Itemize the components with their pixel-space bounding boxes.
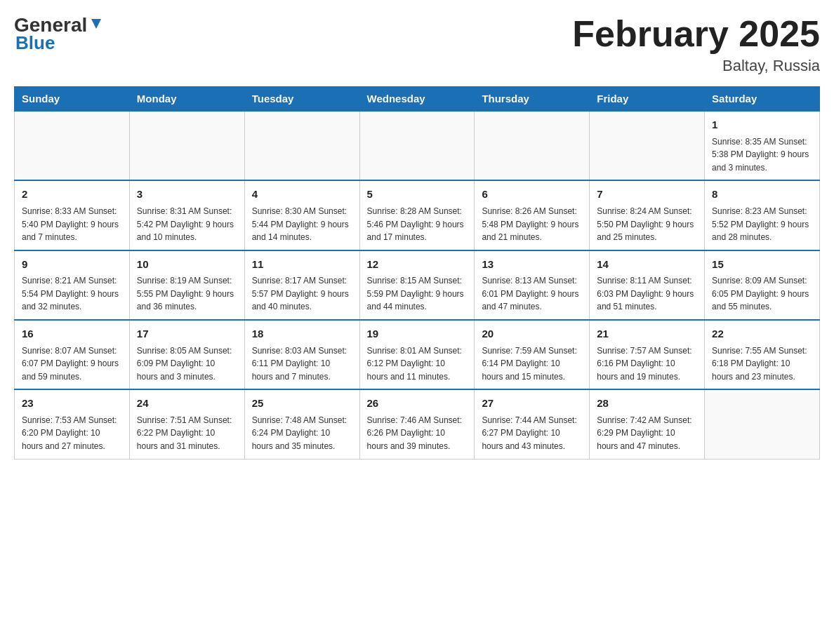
- calendar-cell: 24Sunrise: 7:51 AM Sunset: 6:22 PM Dayli…: [129, 389, 244, 459]
- calendar-cell: 22Sunrise: 7:55 AM Sunset: 6:18 PM Dayli…: [705, 320, 820, 389]
- calendar-cell: 19Sunrise: 8:01 AM Sunset: 6:12 PM Dayli…: [359, 320, 475, 389]
- day-number: 18: [252, 326, 352, 342]
- calendar-cell: 25Sunrise: 7:48 AM Sunset: 6:24 PM Dayli…: [244, 389, 359, 459]
- day-info: Sunrise: 8:15 AM Sunset: 5:59 PM Dayligh…: [367, 274, 468, 314]
- day-info: Sunrise: 8:24 AM Sunset: 5:50 PM Dayligh…: [597, 205, 697, 244]
- col-wednesday: Wednesday: [359, 87, 475, 112]
- calendar-cell: [475, 111, 590, 180]
- calendar-cell: 2Sunrise: 8:33 AM Sunset: 5:40 PM Daylig…: [15, 180, 130, 250]
- day-info: Sunrise: 7:48 AM Sunset: 6:24 PM Dayligh…: [252, 414, 352, 453]
- day-info: Sunrise: 7:44 AM Sunset: 6:27 PM Dayligh…: [482, 414, 582, 453]
- calendar-cell: 12Sunrise: 8:15 AM Sunset: 5:59 PM Dayli…: [359, 250, 475, 320]
- calendar-cell: 7Sunrise: 8:24 AM Sunset: 5:50 PM Daylig…: [590, 180, 705, 250]
- calendar-week-row: 23Sunrise: 7:53 AM Sunset: 6:20 PM Dayli…: [15, 389, 820, 459]
- day-number: 23: [22, 396, 122, 412]
- day-info: Sunrise: 7:42 AM Sunset: 6:29 PM Dayligh…: [597, 414, 697, 453]
- calendar-cell: 21Sunrise: 7:57 AM Sunset: 6:16 PM Dayli…: [590, 320, 705, 389]
- day-info: Sunrise: 8:01 AM Sunset: 6:12 PM Dayligh…: [367, 344, 468, 384]
- calendar-cell: 27Sunrise: 7:44 AM Sunset: 6:27 PM Dayli…: [475, 389, 590, 459]
- day-number: 13: [482, 257, 582, 273]
- day-info: Sunrise: 8:21 AM Sunset: 5:54 PM Dayligh…: [22, 274, 122, 314]
- calendar-week-row: 9Sunrise: 8:21 AM Sunset: 5:54 PM Daylig…: [15, 250, 820, 320]
- day-number: 25: [252, 396, 352, 412]
- col-thursday: Thursday: [475, 87, 590, 112]
- calendar-cell: [129, 111, 244, 180]
- day-info: Sunrise: 8:05 AM Sunset: 6:09 PM Dayligh…: [137, 344, 237, 384]
- logo-blue: Blue: [15, 32, 55, 54]
- day-info: Sunrise: 8:17 AM Sunset: 5:57 PM Dayligh…: [252, 274, 352, 314]
- calendar-cell: 26Sunrise: 7:46 AM Sunset: 6:26 PM Dayli…: [359, 389, 475, 459]
- day-number: 11: [252, 257, 352, 273]
- calendar-cell: 14Sunrise: 8:11 AM Sunset: 6:03 PM Dayli…: [590, 250, 705, 320]
- day-number: 3: [137, 187, 237, 203]
- day-info: Sunrise: 8:33 AM Sunset: 5:40 PM Dayligh…: [22, 205, 122, 244]
- calendar-cell: 28Sunrise: 7:42 AM Sunset: 6:29 PM Dayli…: [590, 389, 705, 459]
- calendar-cell: 18Sunrise: 8:03 AM Sunset: 6:11 PM Dayli…: [244, 320, 359, 389]
- svg-marker-0: [91, 19, 101, 29]
- day-number: 20: [482, 326, 582, 342]
- day-info: Sunrise: 8:35 AM Sunset: 5:38 PM Dayligh…: [712, 135, 812, 175]
- col-friday: Friday: [590, 87, 705, 112]
- calendar-week-row: 2Sunrise: 8:33 AM Sunset: 5:40 PM Daylig…: [15, 180, 820, 250]
- col-sunday: Sunday: [15, 87, 130, 112]
- calendar-cell: [590, 111, 705, 180]
- calendar-cell: [705, 389, 820, 459]
- calendar-cell: [244, 111, 359, 180]
- logo-triangle-icon: [88, 16, 104, 32]
- day-number: 1: [712, 117, 812, 133]
- calendar-cell: 5Sunrise: 8:28 AM Sunset: 5:46 PM Daylig…: [359, 180, 475, 250]
- day-number: 19: [367, 326, 468, 342]
- calendar-cell: [15, 111, 130, 180]
- day-info: Sunrise: 8:26 AM Sunset: 5:48 PM Dayligh…: [482, 205, 582, 244]
- calendar-cell: 8Sunrise: 8:23 AM Sunset: 5:52 PM Daylig…: [705, 180, 820, 250]
- calendar-cell: 16Sunrise: 8:07 AM Sunset: 6:07 PM Dayli…: [15, 320, 130, 389]
- day-info: Sunrise: 8:31 AM Sunset: 5:42 PM Dayligh…: [137, 205, 237, 244]
- calendar-table: Sunday Monday Tuesday Wednesday Thursday…: [14, 86, 820, 459]
- day-number: 7: [597, 187, 697, 203]
- logo: General Blue: [14, 14, 104, 54]
- day-info: Sunrise: 8:09 AM Sunset: 6:05 PM Dayligh…: [712, 274, 812, 314]
- day-info: Sunrise: 8:28 AM Sunset: 5:46 PM Dayligh…: [367, 205, 468, 244]
- calendar-cell: 4Sunrise: 8:30 AM Sunset: 5:44 PM Daylig…: [244, 180, 359, 250]
- calendar-cell: 20Sunrise: 7:59 AM Sunset: 6:14 PM Dayli…: [475, 320, 590, 389]
- day-info: Sunrise: 8:11 AM Sunset: 6:03 PM Dayligh…: [597, 274, 697, 314]
- calendar-cell: 9Sunrise: 8:21 AM Sunset: 5:54 PM Daylig…: [15, 250, 130, 320]
- col-saturday: Saturday: [705, 87, 820, 112]
- day-info: Sunrise: 7:55 AM Sunset: 6:18 PM Dayligh…: [712, 344, 812, 384]
- col-monday: Monday: [129, 87, 244, 112]
- day-number: 21: [597, 326, 697, 342]
- day-number: 9: [22, 257, 122, 273]
- calendar-cell: 23Sunrise: 7:53 AM Sunset: 6:20 PM Dayli…: [15, 389, 130, 459]
- day-info: Sunrise: 8:23 AM Sunset: 5:52 PM Dayligh…: [712, 205, 812, 244]
- col-tuesday: Tuesday: [244, 87, 359, 112]
- calendar-cell: 15Sunrise: 8:09 AM Sunset: 6:05 PM Dayli…: [705, 250, 820, 320]
- day-number: 6: [482, 187, 582, 203]
- day-number: 5: [367, 187, 468, 203]
- day-number: 14: [597, 257, 697, 273]
- day-number: 2: [22, 187, 122, 203]
- day-number: 16: [22, 326, 122, 342]
- day-info: Sunrise: 7:53 AM Sunset: 6:20 PM Dayligh…: [22, 414, 122, 453]
- calendar-header-row: Sunday Monday Tuesday Wednesday Thursday…: [15, 87, 820, 112]
- day-info: Sunrise: 7:57 AM Sunset: 6:16 PM Dayligh…: [597, 344, 697, 384]
- title-block: February 2025 Baltay, Russia: [572, 14, 820, 75]
- day-number: 15: [712, 257, 812, 273]
- calendar-cell: 10Sunrise: 8:19 AM Sunset: 5:55 PM Dayli…: [129, 250, 244, 320]
- calendar-cell: 11Sunrise: 8:17 AM Sunset: 5:57 PM Dayli…: [244, 250, 359, 320]
- day-info: Sunrise: 8:03 AM Sunset: 6:11 PM Dayligh…: [252, 344, 352, 384]
- calendar-week-row: 16Sunrise: 8:07 AM Sunset: 6:07 PM Dayli…: [15, 320, 820, 389]
- calendar-cell: 1Sunrise: 8:35 AM Sunset: 5:38 PM Daylig…: [705, 111, 820, 180]
- day-number: 26: [367, 396, 468, 412]
- day-info: Sunrise: 7:59 AM Sunset: 6:14 PM Dayligh…: [482, 344, 582, 384]
- page-header: General Blue February 2025 Baltay, Russi…: [14, 14, 820, 75]
- day-number: 24: [137, 396, 237, 412]
- calendar-cell: 3Sunrise: 8:31 AM Sunset: 5:42 PM Daylig…: [129, 180, 244, 250]
- day-number: 4: [252, 187, 352, 203]
- day-number: 27: [482, 396, 582, 412]
- page-title: February 2025: [572, 14, 820, 54]
- day-info: Sunrise: 8:13 AM Sunset: 6:01 PM Dayligh…: [482, 274, 582, 314]
- day-number: 28: [597, 396, 697, 412]
- day-info: Sunrise: 7:46 AM Sunset: 6:26 PM Dayligh…: [367, 414, 468, 453]
- day-number: 22: [712, 326, 812, 342]
- calendar-cell: 6Sunrise: 8:26 AM Sunset: 5:48 PM Daylig…: [475, 180, 590, 250]
